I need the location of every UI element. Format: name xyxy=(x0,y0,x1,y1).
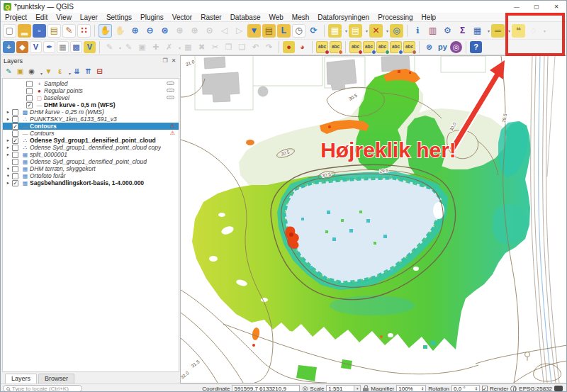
layer-ortofoto-checkbox[interactable] xyxy=(12,173,18,179)
temporal-controller-icon[interactable]: ◷ xyxy=(292,24,305,38)
collapse-all-icon[interactable]: ⇈ xyxy=(83,67,94,77)
menu-mesh[interactable]: Mesh xyxy=(288,13,313,21)
layer-punktsky-checkbox[interactable] xyxy=(12,116,18,123)
scale-combo[interactable]: 1:551 ▾ xyxy=(326,385,361,392)
layer-baselevel[interactable]: ▢baselevel xyxy=(3,94,179,101)
filter-by-expression-icon[interactable]: ε xyxy=(55,67,65,77)
magnifier-spinbox[interactable]: 100% ▲▼ xyxy=(396,385,426,392)
redo-icon[interactable]: ↷ xyxy=(263,41,275,53)
vertex-tool-icon[interactable]: ✗ xyxy=(163,41,175,53)
scale-value[interactable]: 1:551 xyxy=(326,385,354,392)
menu-layer[interactable]: Layer xyxy=(76,13,102,21)
panel-float-icon[interactable]: ❐ xyxy=(161,57,169,64)
measure-line-icon[interactable]: ═ xyxy=(491,24,505,38)
toggle-editing-icon[interactable]: ✎ xyxy=(123,41,135,53)
layer-ortofoto-expander-icon[interactable]: ▾ xyxy=(4,173,12,179)
identify-features-icon[interactable]: ℹ xyxy=(411,24,425,38)
menu-vector[interactable]: Vector xyxy=(168,13,196,21)
label-rotate-icon[interactable]: abc xyxy=(390,41,402,53)
label-toggle-icon[interactable]: abc xyxy=(349,41,361,53)
menu-help[interactable]: Help xyxy=(417,13,441,21)
zoom-next-icon[interactable]: ▷ xyxy=(232,24,246,38)
new-mesh-layer-icon[interactable]: ▩ xyxy=(70,41,82,53)
menu-raster[interactable]: Raster xyxy=(196,13,225,21)
layer-split[interactable]: ▸▦split_0000001 xyxy=(3,151,179,158)
open-data-source-manager-icon[interactable]: + xyxy=(3,41,15,53)
messages-icon[interactable] xyxy=(554,386,563,391)
label-pin-unpin-icon[interactable]: abc xyxy=(316,41,328,53)
maximize-button[interactable]: ▢ xyxy=(527,1,546,13)
layer-dhm-kurve-05[interactable]: ✓—DHM kurve - 0,5 m (WFS) xyxy=(3,101,179,108)
zoom-native-icon[interactable]: ⊙ xyxy=(203,24,216,38)
pan-map-icon[interactable]: ✋ xyxy=(99,24,112,38)
python-console-icon[interactable]: py xyxy=(437,41,449,53)
label-move-icon[interactable]: abc xyxy=(376,41,388,53)
new-spatial-bookmark-icon[interactable]: ▼ xyxy=(247,24,261,38)
layer-odense-point-cloud-copy[interactable]: ▸∴Odense Syd_group1_densified_point_clou… xyxy=(3,144,179,151)
layer-dhm-terraen-expander-icon[interactable]: ▾ xyxy=(4,166,12,172)
layer-dhm-kurve-025[interactable]: ▸▩DHM kurve - 0,25 m (WMS) xyxy=(3,108,179,116)
label-properties-icon[interactable]: abc xyxy=(403,41,415,53)
layer-odense-point-cloud[interactable]: ▸✓∴Odense Syd_group1_densified_point_clo… xyxy=(3,137,179,144)
new-gpx-layer-icon[interactable]: V xyxy=(84,41,96,53)
layer-split-expander-icon[interactable]: ▸ xyxy=(4,152,12,157)
show-spatial-bookmarks-icon[interactable]: ▤ xyxy=(262,24,276,38)
coordinate-extents-icon[interactable]: ◎ xyxy=(302,385,308,392)
new-geopackage-layer-icon[interactable]: ◆ xyxy=(16,41,28,53)
copy-features-icon[interactable]: ❐ xyxy=(223,41,235,53)
modify-attributes-icon[interactable]: ▦ xyxy=(182,41,194,53)
layer-sagsbehandlingskort-checkbox[interactable]: ✓ xyxy=(12,180,18,186)
deselect-features-icon[interactable]: ✕ xyxy=(369,24,383,38)
zoom-last-icon[interactable]: ◁ xyxy=(218,24,231,38)
new-shapefile-layer-icon[interactable]: V xyxy=(30,41,42,53)
layer-punktsky-expander-icon[interactable]: ▸ xyxy=(4,116,12,122)
tab-browser[interactable]: Browser xyxy=(38,374,74,383)
save-project-icon[interactable]: ▫ xyxy=(33,24,46,38)
select-by-location-icon[interactable]: ◎ xyxy=(390,24,403,38)
layer-contours-2[interactable]: —Contours⚠ xyxy=(3,130,179,137)
layer-sagsbehandlingskort[interactable]: ▸✓▦Sagsbehandlingskort-basis, 1-4.000.00… xyxy=(3,179,179,186)
minimize-button[interactable]: — xyxy=(507,1,527,13)
layer-odense-point-cloud-checkbox[interactable]: ✓ xyxy=(12,138,18,144)
zoom-in-icon[interactable]: ⊕ xyxy=(128,24,142,38)
close-button[interactable]: ✕ xyxy=(546,1,566,13)
layer-contours[interactable]: ✓—Contours⚠ xyxy=(3,123,179,130)
layer-baselevel-checkbox[interactable] xyxy=(26,95,33,101)
cut-features-icon[interactable]: ✂ xyxy=(209,41,221,53)
zoom-to-layer-icon[interactable]: ⊕ xyxy=(188,24,201,38)
layer-dhm-kurve-025-expander-icon[interactable]: ▸ xyxy=(4,109,12,115)
add-feature-icon[interactable]: ✚ xyxy=(150,41,162,53)
open-attribute-table-icon[interactable]: ▦ xyxy=(471,24,484,38)
layer-split-checkbox[interactable] xyxy=(12,152,18,158)
layer-ortofoto[interactable]: ▾▦Ortofoto forår xyxy=(3,172,179,179)
lock-scale-icon[interactable] xyxy=(363,388,369,392)
menu-edit[interactable]: Edit xyxy=(31,13,52,21)
paste-features-icon[interactable]: ❏ xyxy=(236,41,248,53)
crs-globe-icon[interactable] xyxy=(510,386,517,392)
current-edits-icon[interactable]: ✎ xyxy=(103,41,116,53)
panel-close-icon[interactable]: ✕ xyxy=(169,57,178,64)
layer-odense-raster-checkbox[interactable] xyxy=(12,159,18,165)
statistical-summary-icon[interactable]: ▥ xyxy=(426,24,439,38)
select-features-by-value-icon[interactable]: ▤ xyxy=(349,24,362,38)
layer-dhm-kurve-05-checkbox[interactable]: ✓ xyxy=(26,102,33,108)
refresh-map-icon[interactable]: ⟳ xyxy=(307,24,320,38)
style-manager-icon[interactable]: ∷ xyxy=(77,24,91,38)
zoom-to-selection-icon[interactable]: ⊕ xyxy=(173,24,186,38)
delete-selected-icon[interactable]: ✖ xyxy=(196,41,208,53)
menu-plugins[interactable]: Plugins xyxy=(136,13,168,21)
layer-odense-point-cloud-copy-checkbox[interactable] xyxy=(12,145,18,151)
help-icon[interactable]: ? xyxy=(470,41,482,53)
pan-to-selection-icon[interactable]: ✋ xyxy=(113,24,127,38)
undo-icon[interactable]: ↶ xyxy=(249,41,262,53)
show-bookmark-manager-icon[interactable]: L xyxy=(277,24,291,38)
new-project-icon[interactable]: ▢ xyxy=(3,24,16,38)
show-statistics-icon[interactable]: Σ xyxy=(456,24,469,38)
menu-web[interactable]: Web xyxy=(264,13,287,21)
layer-contours-warning-icon[interactable]: ⚠ xyxy=(170,123,175,130)
expand-all-icon[interactable]: ⇊ xyxy=(72,67,82,77)
rotation-spin-icons[interactable]: ▲▼ xyxy=(475,386,478,391)
new-virtual-layer-icon[interactable]: ✒ xyxy=(43,41,55,53)
layer-sampled[interactable]: +Sampled xyxy=(3,80,179,87)
locator-search[interactable]: Type to locate (Ctrl+K) xyxy=(3,385,82,392)
